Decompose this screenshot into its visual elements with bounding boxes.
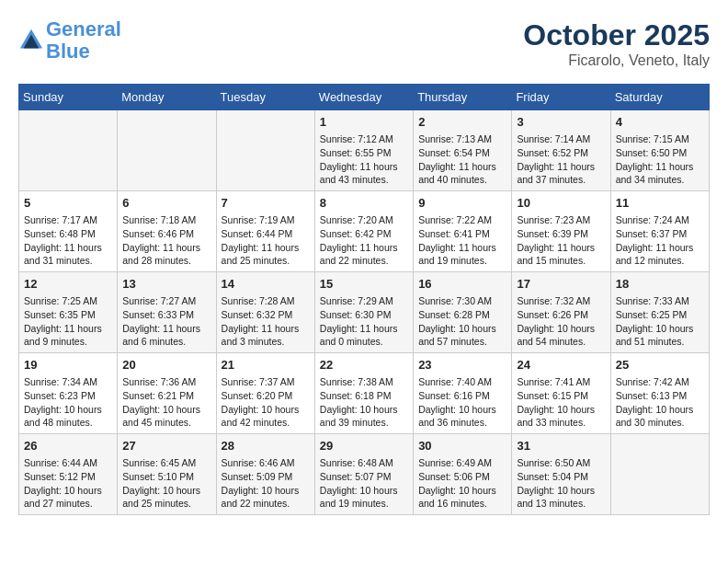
calendar-cell: 15Sunrise: 7:29 AMSunset: 6:30 PMDayligh…	[314, 272, 413, 353]
calendar-cell: 20Sunrise: 7:36 AMSunset: 6:21 PMDayligh…	[118, 353, 216, 434]
day-info-line: Sunset: 5:10 PM	[122, 470, 210, 484]
calendar-cell: 18Sunrise: 7:33 AMSunset: 6:25 PMDayligh…	[610, 272, 709, 353]
calendar-cell: 10Sunrise: 7:23 AMSunset: 6:39 PMDayligh…	[512, 191, 610, 272]
day-info-line: and 48 minutes.	[24, 416, 112, 430]
day-info-line: and 15 minutes.	[517, 254, 605, 268]
calendar-cell: 29Sunrise: 6:48 AMSunset: 5:07 PMDayligh…	[314, 434, 413, 515]
calendar-cell: 21Sunrise: 7:37 AMSunset: 6:20 PMDayligh…	[216, 353, 314, 434]
day-number: 8	[320, 195, 408, 212]
day-info-line: Daylight: 10 hours	[122, 403, 210, 417]
day-info-line: and 13 minutes.	[517, 497, 605, 511]
calendar-cell: 5Sunrise: 7:17 AMSunset: 6:48 PMDaylight…	[19, 191, 118, 272]
day-info-line: Sunrise: 7:19 AM	[222, 213, 310, 227]
day-number: 17	[517, 276, 605, 293]
day-number: 19	[24, 357, 112, 373]
day-info-line: Sunset: 6:25 PM	[616, 308, 704, 322]
day-info-line: Sunset: 6:16 PM	[418, 389, 506, 403]
day-info-line: Sunrise: 6:49 AM	[418, 456, 506, 470]
day-number: 10	[517, 195, 605, 212]
day-number: 14	[222, 276, 310, 293]
day-info-line: Sunset: 6:23 PM	[24, 389, 112, 403]
day-info-line: Sunrise: 7:36 AM	[122, 375, 210, 389]
day-info-line: Daylight: 11 hours	[418, 241, 506, 255]
calendar-cell: 2Sunrise: 7:13 AMSunset: 6:54 PMDaylight…	[414, 110, 512, 191]
day-info-line: and 42 minutes.	[222, 416, 310, 430]
day-info-line: and 22 minutes.	[222, 497, 310, 511]
calendar-cell: 17Sunrise: 7:32 AMSunset: 6:26 PMDayligh…	[512, 272, 610, 353]
day-info-line: Daylight: 10 hours	[616, 322, 704, 336]
day-info-line: Sunrise: 7:37 AM	[222, 375, 310, 389]
day-info-line: Daylight: 11 hours	[616, 160, 704, 174]
day-number: 9	[418, 195, 506, 212]
day-info-line: Sunrise: 7:40 AM	[418, 375, 506, 389]
day-info-line: Sunset: 6:55 PM	[320, 146, 408, 160]
day-info-line: Daylight: 10 hours	[418, 403, 506, 417]
day-info-line: Sunrise: 7:22 AM	[418, 213, 506, 227]
day-info-line: Sunrise: 6:50 AM	[517, 456, 605, 470]
day-number: 7	[222, 195, 310, 212]
day-info-line: Sunrise: 6:46 AM	[222, 456, 310, 470]
day-info-line: Sunset: 6:50 PM	[616, 146, 704, 160]
day-info-line: Sunset: 5:07 PM	[320, 470, 408, 484]
day-number: 18	[616, 276, 704, 293]
day-info-line: Daylight: 11 hours	[122, 241, 210, 255]
calendar-cell: 7Sunrise: 7:19 AMSunset: 6:44 PMDaylight…	[216, 191, 314, 272]
title-block: October 2025 Ficarolo, Veneto, Italy	[523, 18, 710, 69]
page-subtitle: Ficarolo, Veneto, Italy	[523, 52, 710, 69]
day-info-line: Sunset: 6:18 PM	[320, 389, 408, 403]
calendar-cell: 9Sunrise: 7:22 AMSunset: 6:41 PMDaylight…	[414, 191, 512, 272]
calendar-table: SundayMondayTuesdayWednesdayThursdayFrid…	[18, 84, 710, 515]
day-info-line: Daylight: 11 hours	[517, 241, 605, 255]
day-number: 4	[616, 114, 704, 131]
day-info-line: Sunrise: 6:48 AM	[320, 456, 408, 470]
day-info-line: Daylight: 10 hours	[517, 403, 605, 417]
day-info-line: Sunrise: 7:23 AM	[517, 213, 605, 227]
day-info-line: Sunrise: 6:44 AM	[24, 456, 112, 470]
day-info-line: and 3 minutes.	[222, 335, 310, 349]
day-info-line: and 27 minutes.	[24, 497, 112, 511]
day-number: 2	[418, 114, 506, 131]
calendar-cell: 8Sunrise: 7:20 AMSunset: 6:42 PMDaylight…	[314, 191, 413, 272]
day-info-line: Sunrise: 7:13 AM	[418, 132, 506, 146]
day-info-line: and 37 minutes.	[517, 173, 605, 187]
header-day-thursday: Thursday	[414, 85, 512, 110]
day-info-line: and 31 minutes.	[24, 254, 112, 268]
day-info-line: Daylight: 10 hours	[24, 484, 112, 498]
day-info-line: Sunset: 6:54 PM	[418, 146, 506, 160]
day-info-line: Daylight: 11 hours	[222, 322, 310, 336]
calendar-week-row: 19Sunrise: 7:34 AMSunset: 6:23 PMDayligh…	[19, 353, 710, 434]
day-number: 3	[517, 114, 605, 131]
calendar-cell	[216, 110, 314, 191]
day-number: 15	[320, 276, 408, 293]
calendar-header-row: SundayMondayTuesdayWednesdayThursdayFrid…	[19, 85, 710, 110]
calendar-week-row: 12Sunrise: 7:25 AMSunset: 6:35 PMDayligh…	[19, 272, 710, 353]
day-info-line: Sunrise: 7:20 AM	[320, 213, 408, 227]
day-info-line: Sunset: 6:26 PM	[517, 308, 605, 322]
day-number: 28	[222, 438, 310, 454]
day-info-line: Sunset: 5:06 PM	[418, 470, 506, 484]
calendar-week-row: 5Sunrise: 7:17 AMSunset: 6:48 PMDaylight…	[19, 191, 710, 272]
logo-text: General Blue	[46, 18, 121, 63]
day-number: 20	[122, 357, 210, 373]
calendar-cell: 30Sunrise: 6:49 AMSunset: 5:06 PMDayligh…	[414, 434, 512, 515]
day-info-line: Daylight: 10 hours	[222, 484, 310, 498]
day-info-line: Sunrise: 7:33 AM	[616, 294, 704, 308]
day-info-line: Daylight: 10 hours	[320, 484, 408, 498]
day-info-line: and 25 minutes.	[222, 254, 310, 268]
calendar-cell: 24Sunrise: 7:41 AMSunset: 6:15 PMDayligh…	[512, 353, 610, 434]
header-day-friday: Friday	[512, 85, 610, 110]
day-info-line: Sunrise: 6:45 AM	[122, 456, 210, 470]
day-info-line: Sunrise: 7:38 AM	[320, 375, 408, 389]
day-number: 13	[122, 276, 210, 293]
day-info-line: Daylight: 11 hours	[517, 160, 605, 174]
day-info-line: Daylight: 10 hours	[222, 403, 310, 417]
day-info-line: Sunrise: 7:28 AM	[222, 294, 310, 308]
day-info-line: Sunset: 6:44 PM	[222, 227, 310, 241]
calendar-week-row: 26Sunrise: 6:44 AMSunset: 5:12 PMDayligh…	[19, 434, 710, 515]
day-info-line: Sunset: 6:32 PM	[222, 308, 310, 322]
calendar-cell: 19Sunrise: 7:34 AMSunset: 6:23 PMDayligh…	[19, 353, 118, 434]
day-info-line: Daylight: 10 hours	[122, 484, 210, 498]
calendar-cell: 23Sunrise: 7:40 AMSunset: 6:16 PMDayligh…	[414, 353, 512, 434]
day-info-line: and 57 minutes.	[418, 335, 506, 349]
day-number: 6	[122, 195, 210, 212]
